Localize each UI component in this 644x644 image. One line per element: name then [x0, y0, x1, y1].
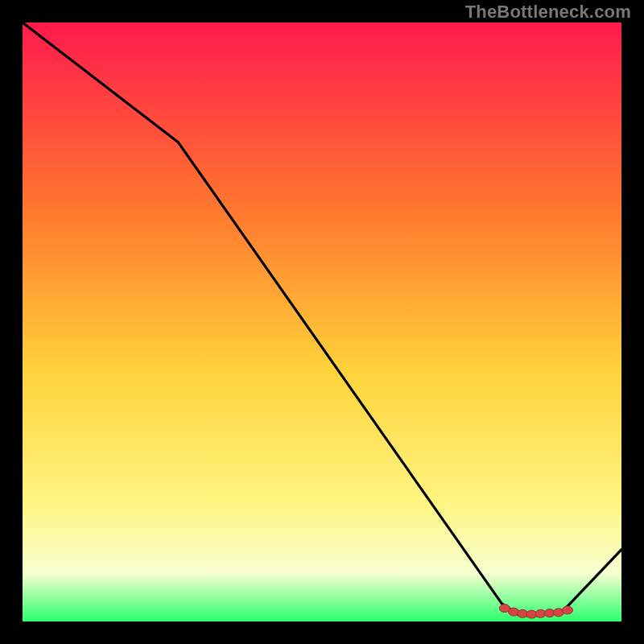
- watermark-text: TheBottleneck.com: [465, 2, 631, 23]
- chart-svg: [23, 23, 621, 621]
- chart-frame: TheBottleneck.com: [0, 0, 644, 644]
- plot-area: [23, 23, 621, 621]
- gradient-bg: [23, 23, 621, 621]
- marker-dot: [563, 606, 573, 614]
